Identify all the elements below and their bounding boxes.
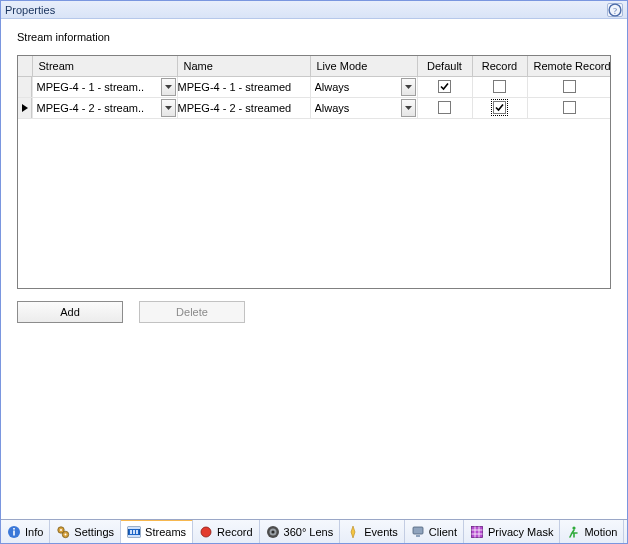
record-icon xyxy=(199,525,213,539)
tab-settings[interactable]: Settings xyxy=(50,520,121,543)
stream-value: MPEG-4 - 1 - stream.. xyxy=(37,81,161,93)
live-mode-value: Always xyxy=(315,81,401,93)
tab-info[interactable]: Info xyxy=(1,520,50,543)
record-checkbox[interactable] xyxy=(493,80,506,93)
table-header-row: Stream Name Live Mode Default Record Rem… xyxy=(18,56,611,76)
tab-label: Record xyxy=(217,526,252,538)
chevron-down-icon[interactable] xyxy=(401,78,416,96)
svg-point-32 xyxy=(573,526,576,529)
remote-record-cell xyxy=(528,77,612,97)
svg-marker-24 xyxy=(351,526,355,538)
svg-rect-16 xyxy=(128,535,140,537)
col-live[interactable]: Live Mode xyxy=(310,56,417,76)
svg-point-23 xyxy=(271,530,274,533)
remote-record-checkbox[interactable] xyxy=(563,80,576,93)
remote-record-checkbox[interactable] xyxy=(563,101,576,114)
titlebar: Properties ? xyxy=(1,1,627,19)
lens-icon xyxy=(266,525,280,539)
tab-strip: InfoSettingsStreamsRecord360° LensEvents… xyxy=(1,519,627,543)
svg-point-20 xyxy=(201,527,211,537)
tab-client[interactable]: Client xyxy=(405,520,464,543)
default-cell xyxy=(418,98,472,118)
tab-label: 360° Lens xyxy=(284,526,334,538)
svg-rect-9 xyxy=(13,528,15,530)
svg-point-13 xyxy=(65,533,67,535)
tab-record[interactable]: Record xyxy=(193,520,259,543)
tab-label: Motion xyxy=(584,526,617,538)
chevron-down-icon[interactable] xyxy=(401,99,416,117)
row-marker xyxy=(18,98,32,118)
add-button[interactable]: Add xyxy=(17,301,123,323)
name-cell[interactable]: MPEG-4 - 1 - streamed xyxy=(177,76,310,97)
table-row[interactable]: MPEG-4 - 1 - stream..MPEG-4 - 1 - stream… xyxy=(18,76,611,97)
svg-rect-26 xyxy=(416,535,420,537)
record-cell xyxy=(473,77,527,97)
add-button-label: Add xyxy=(60,306,80,318)
stream-cell[interactable]: MPEG-4 - 1 - stream.. xyxy=(33,77,177,97)
tab-streams[interactable]: Streams xyxy=(121,519,193,543)
streams-icon xyxy=(127,525,141,539)
name-cell[interactable]: MPEG-4 - 2 - streamed xyxy=(177,97,310,118)
chevron-down-icon[interactable] xyxy=(161,99,176,117)
svg-rect-19 xyxy=(136,530,138,534)
svg-marker-3 xyxy=(405,85,412,89)
button-row: Add Delete xyxy=(17,301,611,323)
col-marker xyxy=(18,56,32,76)
record-cell xyxy=(473,98,527,118)
svg-rect-25 xyxy=(413,527,423,534)
live-mode-cell[interactable]: Always xyxy=(311,77,417,97)
tab-label: Info xyxy=(25,526,43,538)
tab-events[interactable]: Events xyxy=(340,520,405,543)
chevron-down-icon[interactable] xyxy=(161,78,176,96)
delete-button: Delete xyxy=(139,301,245,323)
properties-window: Properties ? Stream information Stream N… xyxy=(0,0,628,544)
window-title: Properties xyxy=(5,4,55,16)
svg-point-12 xyxy=(60,529,62,531)
delete-button-label: Delete xyxy=(176,306,208,318)
client-icon xyxy=(411,525,425,539)
motion-icon xyxy=(566,525,580,539)
svg-rect-17 xyxy=(130,530,132,534)
stream-cell[interactable]: MPEG-4 - 2 - stream.. xyxy=(33,98,177,118)
settings-icon xyxy=(56,525,70,539)
svg-marker-5 xyxy=(165,106,172,110)
col-record[interactable]: Record xyxy=(472,56,527,76)
svg-marker-6 xyxy=(405,106,412,110)
table-row[interactable]: MPEG-4 - 2 - stream..MPEG-4 - 2 - stream… xyxy=(18,97,611,118)
events-icon xyxy=(346,525,360,539)
privacy-icon xyxy=(470,525,484,539)
svg-rect-15 xyxy=(128,527,140,529)
col-remote[interactable]: Remote Record xyxy=(527,56,611,76)
col-default[interactable]: Default xyxy=(417,56,472,76)
live-mode-value: Always xyxy=(315,102,401,114)
tab-label: Client xyxy=(429,526,457,538)
svg-marker-4 xyxy=(22,104,28,112)
body: Stream information Stream Name Live Mode… xyxy=(1,19,627,543)
default-checkbox[interactable] xyxy=(438,101,451,114)
remote-record-cell xyxy=(528,98,612,118)
default-cell xyxy=(418,77,472,97)
svg-text:?: ? xyxy=(613,6,617,15)
help-button[interactable]: ? xyxy=(607,3,623,17)
default-checkbox[interactable] xyxy=(438,80,451,93)
stream-table: Stream Name Live Mode Default Record Rem… xyxy=(17,55,611,289)
section-label: Stream information xyxy=(1,19,627,49)
tab-label: Events xyxy=(364,526,398,538)
col-stream[interactable]: Stream xyxy=(32,56,177,76)
tab-lens[interactable]: 360° Lens xyxy=(260,520,341,543)
tab-label: Streams xyxy=(145,526,186,538)
svg-marker-2 xyxy=(165,85,172,89)
live-mode-cell[interactable]: Always xyxy=(311,98,417,118)
row-marker xyxy=(18,77,32,97)
tab-privacy[interactable]: Privacy Mask xyxy=(464,520,560,543)
svg-rect-18 xyxy=(133,530,135,534)
tab-label: Settings xyxy=(74,526,114,538)
tab-motion[interactable]: Motion xyxy=(560,520,624,543)
record-checkbox[interactable] xyxy=(493,101,506,114)
info-icon xyxy=(7,525,21,539)
col-name[interactable]: Name xyxy=(177,56,310,76)
tab-label: Privacy Mask xyxy=(488,526,553,538)
stream-value: MPEG-4 - 2 - stream.. xyxy=(37,102,161,114)
svg-rect-8 xyxy=(13,530,15,535)
svg-rect-27 xyxy=(471,526,482,537)
